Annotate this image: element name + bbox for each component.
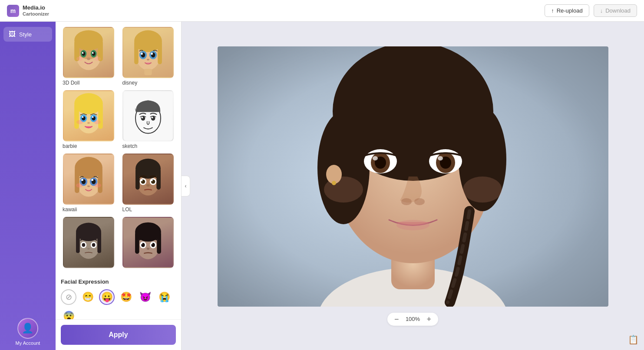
svg-point-38: [94, 120, 100, 124]
header-actions: ↑ Re-upload ↓ Download: [545, 4, 637, 17]
devil-icon: 😈: [139, 291, 151, 303]
emoji-tongue[interactable]: 😛: [99, 289, 115, 305]
sketch-face-svg: [123, 91, 173, 141]
style-panel-scroll[interactable]: 3D Doll: [56, 22, 181, 319]
svg-point-105: [401, 198, 412, 205]
svg-rect-17: [158, 41, 162, 64]
svg-rect-25: [145, 69, 152, 75]
emoji-grin[interactable]: 😁: [80, 289, 96, 305]
emoji-devil[interactable]: 😈: [137, 289, 153, 305]
emoji-fear[interactable]: 😨: [61, 308, 76, 319]
style-label-barbie: barbie: [63, 143, 77, 149]
apply-button[interactable]: Apply: [61, 325, 176, 345]
avatar[interactable]: 👤: [17, 318, 38, 339]
disney-face-svg: [123, 28, 173, 77]
lol-face-svg: [123, 154, 173, 204]
facial-expression-section: Facial Expression ⊘ 😁 😛 🤩: [61, 277, 176, 319]
extra2-face-svg: [123, 218, 173, 267]
svg-point-13: [94, 57, 100, 61]
svg-point-12: [76, 57, 83, 61]
svg-rect-16: [134, 41, 139, 64]
svg-point-109: [463, 177, 502, 203]
download-label: Download: [605, 7, 631, 14]
download-button[interactable]: ↓ Download: [594, 4, 637, 17]
collapse-panel-button[interactable]: ‹: [182, 176, 190, 196]
style-thumb-extra2: [122, 217, 174, 268]
app-name-block: Media.io Cartoonizer: [23, 4, 49, 17]
svg-point-68: [146, 184, 150, 187]
emoji-star-eyes[interactable]: 🤩: [118, 289, 134, 305]
svg-point-66: [141, 180, 143, 181]
sidebar-item-style[interactable]: 🖼 Style: [3, 27, 52, 42]
svg-point-107: [396, 220, 429, 230]
svg-point-77: [87, 248, 90, 250]
svg-point-103: [373, 156, 378, 160]
reupload-button[interactable]: ↑ Re-upload: [545, 4, 589, 17]
svg-point-22: [141, 52, 143, 55]
barbie-face-svg: [64, 91, 113, 141]
style-thumb-barbie: [63, 90, 114, 141]
style-item-kawaii[interactable]: kawaii: [61, 154, 116, 213]
apply-btn-wrapper: Apply: [56, 319, 181, 350]
corner-icon[interactable]: 📋: [628, 334, 639, 345]
app-subtitle: Cartoonizer: [23, 11, 49, 17]
style-label-3d-doll: 3D Doll: [63, 80, 79, 86]
svg-point-70: [76, 223, 101, 242]
style-label-kawaii: kawaii: [63, 206, 77, 213]
image-container: [218, 46, 608, 307]
style-item-lol[interactable]: LOL: [121, 154, 176, 213]
tongue-icon: 😛: [101, 291, 113, 303]
svg-point-76: [92, 243, 95, 247]
style-item-3d-doll[interactable]: 3D Doll: [61, 27, 116, 86]
svg-point-57: [94, 183, 101, 188]
svg-rect-48: [98, 168, 102, 193]
svg-point-10: [92, 52, 93, 54]
canvas-area: − 100% + 📋: [182, 22, 644, 350]
svg-rect-61: [157, 169, 161, 190]
extra1-face-svg: [64, 218, 113, 267]
svg-point-34: [82, 116, 83, 118]
3d-doll-face-svg: [64, 28, 113, 77]
svg-point-87: [151, 243, 152, 244]
sidebar-bottom: 👤 My Account: [16, 318, 40, 350]
emoji-none[interactable]: ⊘: [61, 289, 76, 305]
svg-point-55: [87, 185, 90, 187]
zoom-in-button[interactable]: +: [427, 315, 432, 323]
style-thumb-3d-doll: [63, 27, 114, 78]
emoji-cry[interactable]: 😭: [156, 289, 172, 305]
svg-point-95: [317, 111, 370, 224]
style-item-extra1[interactable]: [61, 217, 116, 270]
header: m Media.io Cartoonizer ↑ Re-upload ↓ Dow…: [0, 0, 644, 22]
style-thumb-extra1: [63, 217, 114, 268]
style-thumb-kawaii: [63, 154, 114, 205]
zoom-out-button[interactable]: −: [394, 315, 399, 323]
style-label-lol: LOL: [122, 206, 132, 213]
reupload-label: Re-upload: [557, 7, 583, 14]
my-account-label: My Account: [16, 340, 40, 346]
svg-rect-60: [135, 169, 140, 190]
style-item-sketch[interactable]: sketch: [121, 90, 176, 149]
svg-rect-72: [97, 232, 101, 253]
sidebar-nav: 🖼 Style 👤 My Account: [0, 22, 56, 350]
star-eyes-icon: 🤩: [120, 291, 132, 303]
style-item-extra2[interactable]: [121, 217, 176, 270]
logo-icon: m: [7, 5, 19, 17]
svg-rect-29: [98, 104, 103, 129]
fear-icon: 😨: [63, 311, 75, 319]
svg-point-56: [76, 183, 83, 188]
style-item-disney[interactable]: disney: [121, 27, 176, 86]
svg-point-23: [151, 52, 153, 55]
collapse-icon: ‹: [185, 183, 187, 189]
cry-icon: 😭: [159, 291, 170, 303]
svg-point-104: [438, 156, 443, 160]
style-thumb-disney: [122, 27, 174, 78]
svg-point-35: [92, 116, 93, 118]
svg-point-54: [91, 179, 93, 181]
style-label-disney: disney: [122, 80, 138, 86]
avatar-icon: 👤: [22, 323, 33, 334]
style-item-barbie[interactable]: barbie: [61, 90, 116, 149]
style-thumb-lol: [122, 154, 174, 205]
download-icon: ↓: [600, 7, 603, 14]
svg-point-75: [82, 243, 85, 247]
main-image: [218, 46, 608, 307]
